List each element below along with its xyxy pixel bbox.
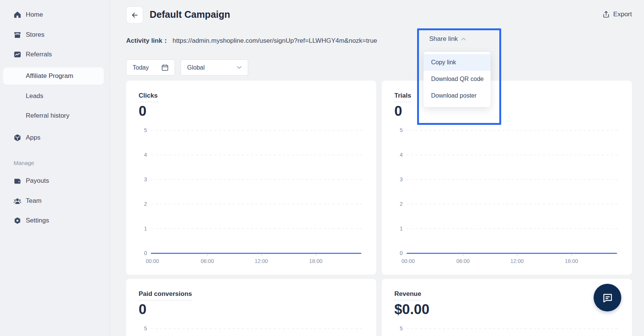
x-tick: 18:00 xyxy=(309,258,322,264)
metric-value: 0 xyxy=(139,302,147,317)
sidebar-item-label: Affiliate Program xyxy=(26,72,73,80)
share-link-button[interactable]: Share link xyxy=(429,35,466,43)
sidebar-item-referral-history[interactable]: Referral history xyxy=(0,110,110,121)
metric-title: Paid conversions xyxy=(139,290,192,300)
sidebar-item-leads[interactable]: Leads xyxy=(0,91,110,101)
sidebar-item-label: Home xyxy=(26,11,43,19)
x-tickmark xyxy=(517,254,517,256)
date-filter-value: Today xyxy=(133,64,149,71)
y-tick: 0 xyxy=(394,250,403,256)
menu-item-download-poster[interactable]: Download poster xyxy=(424,87,491,104)
y-tick: 2 xyxy=(139,201,147,207)
sidebar-section-manage: Manage xyxy=(14,160,34,166)
series-line xyxy=(151,253,361,254)
main-content: Default Campaign Export Activity link： h… xyxy=(110,0,644,336)
metric-cards-grid: Clicks 0 5 4 3 2 1 0 00:00 06:00 12:00 1… xyxy=(126,81,632,336)
region-filter-select[interactable]: Global xyxy=(181,59,248,76)
gridline xyxy=(406,229,619,229)
region-filter-value: Global xyxy=(187,64,205,71)
sidebar-item-payouts[interactable]: Payouts xyxy=(0,176,110,186)
gridline xyxy=(406,130,619,131)
y-tick: 3 xyxy=(394,176,403,182)
activity-link-label: Activity link： xyxy=(126,36,169,45)
y-tick: 5 xyxy=(394,127,403,133)
back-button[interactable] xyxy=(126,6,143,23)
payouts-icon xyxy=(14,177,21,185)
y-tick: 1 xyxy=(139,226,147,232)
metric-value: 0 xyxy=(139,103,147,119)
sidebar-item-home[interactable]: Home xyxy=(0,9,110,20)
y-tick: 5 xyxy=(139,127,147,133)
gridline xyxy=(151,229,364,229)
x-tick: 12:00 xyxy=(255,258,268,264)
metric-title: Revenue xyxy=(394,290,421,300)
sidebar-item-team[interactable]: Team xyxy=(0,196,110,206)
chat-icon xyxy=(601,291,614,304)
sidebar-item-label: Payouts xyxy=(26,177,49,185)
x-tick: 06:00 xyxy=(201,258,214,264)
apps-icon xyxy=(14,134,21,142)
x-tickmark xyxy=(261,254,262,256)
metric-title: Trials xyxy=(394,92,411,102)
sidebar-item-label: Team xyxy=(26,197,42,205)
gridline xyxy=(151,179,364,180)
sidebar-item-settings[interactable]: Settings xyxy=(0,215,110,226)
trials-card: Trials 0 5 4 3 2 1 0 00:00 06:00 12:00 1… xyxy=(382,81,632,275)
gridline xyxy=(406,179,619,180)
y-tick: 0 xyxy=(139,250,147,256)
series-line xyxy=(406,253,617,254)
date-filter-button[interactable]: Today xyxy=(126,59,175,76)
arrow-left-icon xyxy=(131,11,139,19)
clicks-chart: 5 4 3 2 1 0 00:00 06:00 12:00 18:00 xyxy=(139,130,364,270)
sidebar-item-stores[interactable]: Stores xyxy=(0,30,110,40)
activity-link-url: https://admin.myshopline.com/user/signUp… xyxy=(172,37,377,45)
gridline xyxy=(151,155,364,155)
menu-item-download-qr-code[interactable]: Download QR code xyxy=(424,71,491,87)
sidebar-item-label: Leads xyxy=(26,92,43,100)
share-link-label: Share link xyxy=(429,35,458,43)
x-tickmark xyxy=(316,254,316,256)
x-tickmark xyxy=(571,254,572,256)
sidebar-item-affiliate-program[interactable]: Affiliate Program xyxy=(3,67,104,85)
gridline xyxy=(406,155,619,155)
revenue-card: Revenue $0.00 5 4 xyxy=(382,279,632,336)
y-tick: 4 xyxy=(139,152,147,158)
home-icon xyxy=(14,11,21,19)
menu-item-copy-link[interactable]: Copy link xyxy=(424,54,491,71)
calendar-icon xyxy=(161,64,169,71)
x-tick: 18:00 xyxy=(565,258,578,264)
chat-button[interactable] xyxy=(594,284,621,311)
clicks-card: Clicks 0 5 4 3 2 1 0 00:00 06:00 12:00 1… xyxy=(126,81,376,275)
metric-title: Clicks xyxy=(139,92,158,102)
sidebar-item-referrals[interactable]: Referrals xyxy=(0,49,110,60)
revenue-chart: 5 4 xyxy=(394,328,619,336)
sidebar-item-label: Settings xyxy=(26,217,49,224)
metric-value: 0 xyxy=(394,103,402,119)
activity-link-row: Activity link： https://admin.myshopline.… xyxy=(126,36,377,45)
x-tickmark xyxy=(463,254,463,256)
x-tickmark xyxy=(207,254,208,256)
gridline xyxy=(406,204,619,204)
paid-conversions-chart: 5 4 xyxy=(139,328,364,336)
export-button[interactable]: Export xyxy=(602,11,632,18)
sidebar-item-label: Stores xyxy=(26,31,44,39)
export-icon xyxy=(602,11,610,18)
page-title: Default Campaign xyxy=(150,9,230,20)
settings-icon xyxy=(14,217,21,224)
y-tick: 1 xyxy=(394,226,403,232)
gridline xyxy=(151,130,364,131)
x-tick: 06:00 xyxy=(456,258,470,264)
metric-value: $0.00 xyxy=(394,302,430,317)
x-tick: 00:00 xyxy=(402,258,415,264)
sidebar-item-label: Apps xyxy=(26,134,41,142)
referrals-icon xyxy=(14,51,21,58)
y-tick: 5 xyxy=(394,325,403,331)
gridline xyxy=(406,328,619,329)
x-tick: 12:00 xyxy=(510,258,524,264)
team-icon xyxy=(14,197,21,205)
x-tick: 00:00 xyxy=(146,258,159,264)
y-tick: 2 xyxy=(394,201,403,207)
chevron-down-icon xyxy=(237,66,242,69)
sidebar-item-label: Referrals xyxy=(26,51,52,58)
sidebar-item-apps[interactable]: Apps xyxy=(0,132,110,143)
